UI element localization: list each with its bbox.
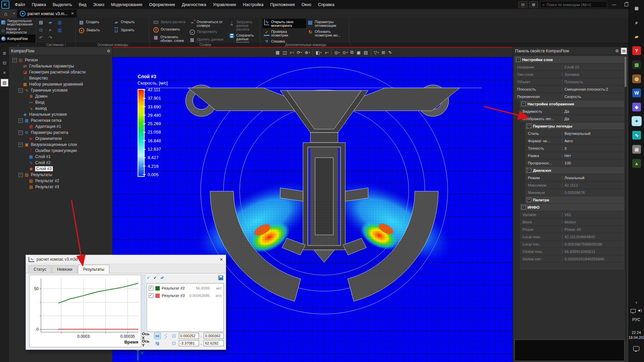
tree-item[interactable]: − ∿ Граничные условия (9, 87, 112, 93)
target-icon[interactable]: ⊙▾ (341, 49, 349, 56)
property-value[interactable]: Нет (562, 154, 624, 158)
property-row[interactable] (520, 263, 624, 270)
panel-pin-icon[interactable]: ▤ (621, 48, 627, 54)
section-expander-icon[interactable]: − (522, 102, 526, 106)
gray-app-icon[interactable]: ▣ (630, 142, 643, 156)
tree-item[interactable]: − ▧ Регион (9, 57, 112, 63)
property-row[interactable]: Видимость Да (520, 108, 624, 115)
tree-expander-icon[interactable]: − (18, 118, 23, 123)
property-row[interactable]: Формат чи... Авто (525, 137, 624, 145)
gear-icon[interactable]: ⚙ (615, 49, 619, 53)
home-button[interactable]: ⌂ (0, 9, 11, 18)
menu-item[interactable]: Справка (315, 0, 338, 9)
gear-icon[interactable]: ⚙ (107, 49, 110, 53)
property-row[interactable]: Block Motion (520, 218, 624, 226)
layout-icon[interactable]: ▤ (518, 1, 527, 8)
axis-x-steps-icon[interactable]: ⡪ (162, 332, 169, 339)
visibility-icon[interactable]: ◎▾ (333, 49, 341, 56)
result-checkbox[interactable] (149, 293, 153, 298)
grid-plane-icon[interactable]: ▣ (356, 49, 362, 56)
create-button[interactable]: Создать (77, 19, 112, 26)
network-icon[interactable] (631, 309, 636, 313)
property-value[interactable]: Скорость (562, 95, 624, 99)
orbit-icon[interactable]: ⟳▾ (296, 49, 303, 56)
property-value[interactable]: Да (562, 109, 624, 113)
preview-icon[interactable]: ⌕ (47, 27, 54, 33)
check-geometry-button[interactable]: Проверка геометрии (262, 29, 306, 38)
section-expander-icon[interactable]: + (527, 198, 531, 202)
command-search[interactable]: ⌕ (540, 1, 607, 8)
dialog-titlebar[interactable]: ∿ расчет компас v3.m3d ✕ (26, 255, 226, 264)
property-row[interactable]: Точность 3 (525, 145, 624, 152)
property-row[interactable]: Рамка Нет (525, 152, 624, 159)
property-value[interactable]: Заливка (562, 72, 624, 76)
property-row[interactable]: − Настройки отображения (520, 100, 624, 108)
viewport-tool-icon[interactable] (313, 49, 313, 55)
notification-icon[interactable] (633, 346, 639, 351)
tree-item[interactable]: ◈ Начальные условия (9, 111, 112, 117)
property-row[interactable]: Максимум 42.1113 (525, 182, 624, 189)
menu-item[interactable]: Выделить (49, 0, 76, 9)
property-row[interactable]: Переменная Скорость (514, 93, 624, 100)
tree-item[interactable]: ▶ Ограничители (9, 136, 112, 142)
result-checkbox[interactable] (149, 286, 153, 291)
property-row[interactable]: − Диапазон (525, 167, 624, 174)
print-icon[interactable]: ⊟ (38, 27, 44, 33)
tree-item[interactable]: ∿ Слой #2 (9, 160, 112, 166)
property-row[interactable]: Отображать лег... Да (520, 115, 624, 122)
stop-button[interactable]: Остановить (152, 26, 188, 34)
property-row[interactable]: Local max. 42.111304664845 (520, 233, 624, 241)
close-doc-button[interactable]: Закрыть (77, 27, 112, 34)
keyboard-icon[interactable]: ▦ (529, 1, 538, 8)
tree-item[interactable]: ↦ Вход (9, 99, 112, 105)
tree-view-icon[interactable]: ≣ (1, 50, 8, 57)
teal-app-icon[interactable]: ∿ (630, 128, 643, 142)
tree-expander-icon[interactable]: − (18, 173, 23, 177)
tree-expander-icon[interactable]: − (18, 88, 23, 93)
mode-wireframe-surfaces[interactable]: ◇ Каркас и поверхности (0, 27, 36, 35)
property-value[interactable]: Смещенная плоскость:2 (562, 87, 624, 91)
pan-icon[interactable]: ⊕▾ (304, 49, 311, 56)
filter-icon[interactable]: ▽▾ (373, 49, 380, 56)
tree-item[interactable]: ! Ошибки триангуляции (9, 148, 112, 154)
measure-icon[interactable]: ⊞ (381, 49, 387, 56)
property-row[interactable]: Объект Плоскость (514, 78, 624, 86)
search-icon[interactable]: ⌕ (630, 15, 643, 30)
property-row[interactable]: − ИНФО (520, 204, 624, 211)
property-value[interactable]: Плоскость (562, 80, 624, 84)
mail-app-icon[interactable]: ◈ (630, 100, 643, 114)
dialog-tab[interactable]: Невязки (52, 265, 78, 273)
axis-x-from-field[interactable] (179, 333, 199, 339)
axis-y-from-field[interactable] (179, 340, 199, 346)
tree-item[interactable]: ↘ выход (9, 105, 112, 111)
tree-item[interactable]: − ▦ Расчетная сетка (9, 117, 112, 123)
property-row[interactable]: Phase Phase #0 (520, 226, 624, 233)
property-value[interactable]: Вертикальный (562, 132, 624, 136)
result-row[interactable]: Результат #3 0.00362685 кг/с (147, 292, 224, 299)
delete-button[interactable]: Удалить (112, 27, 147, 34)
pencil-icon[interactable]: ✎ (387, 49, 393, 56)
tree-item[interactable]: − ▤ Результаты (9, 172, 112, 178)
new-document-icon[interactable]: ▤ (38, 19, 44, 25)
property-value[interactable]: 0.0053967588605038 (562, 242, 624, 246)
dialog-tab[interactable]: Статус (29, 265, 51, 273)
check-all-icon[interactable]: ✔ (147, 275, 150, 280)
open-document-icon[interactable]: ▰ (47, 19, 54, 25)
zoom-icon[interactable]: ⌕▾ (289, 49, 295, 56)
property-row[interactable]: − Параметры легенды (525, 122, 624, 130)
axis-y-to-field[interactable] (204, 340, 224, 346)
gallery-app-icon[interactable]: ▲ (630, 156, 643, 170)
monitoring-dialog[interactable]: ∿ расчет компас v3.m3d ✕ Статус Невязки … (26, 255, 226, 350)
property-value[interactable]: 42.1113 (562, 183, 624, 187)
dialog-close-icon[interactable]: ✕ (219, 257, 223, 262)
property-value[interactable]: 100 (562, 161, 624, 165)
property-value[interactable]: Phase #0 (562, 227, 624, 231)
photos-app-icon[interactable]: ◍ (630, 72, 643, 86)
save-results-icon[interactable] (218, 275, 223, 280)
word-icon[interactable]: W (630, 86, 643, 100)
property-row[interactable]: Global min. 0.00035251849255845 (520, 255, 624, 263)
load-calc-data-button[interactable]: Загрузить данные расчета (228, 19, 260, 32)
tree-item[interactable]: ▦ Слой #1 (9, 154, 112, 160)
tab-close-icon[interactable]: ✕ (71, 11, 74, 16)
menu-item[interactable]: Эскиз (90, 0, 107, 9)
